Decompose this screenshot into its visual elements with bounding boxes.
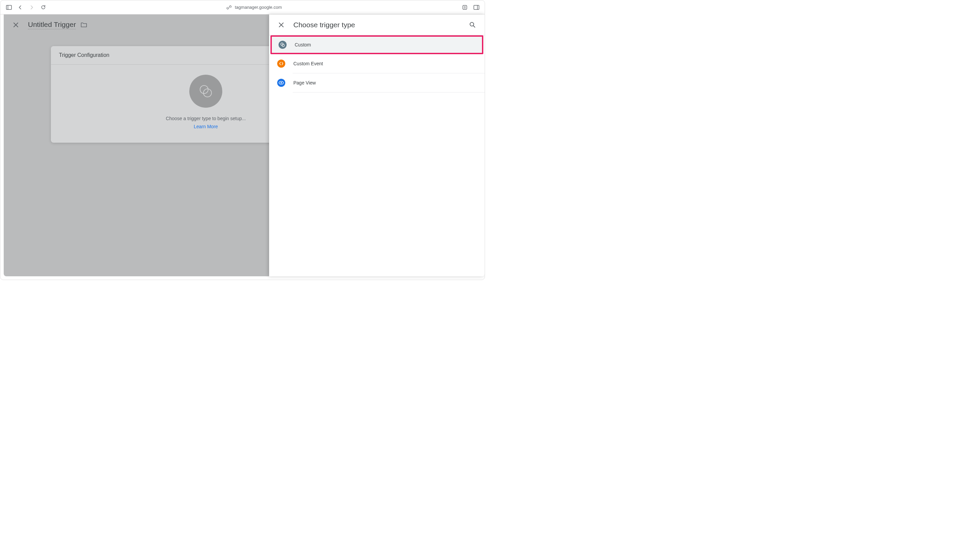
trigger-option-custom[interactable]: Custom <box>271 35 483 54</box>
close-icon[interactable] <box>277 21 285 29</box>
panel-title: Choose trigger type <box>293 21 468 29</box>
choose-trigger-panel: Choose trigger type Custom Custom Event … <box>269 15 485 276</box>
browser-chrome: tagmanager.google.com <box>0 0 485 15</box>
panel-header: Choose trigger type <box>269 15 485 35</box>
svg-rect-3 <box>473 5 479 9</box>
svg-line-6 <box>473 25 475 27</box>
trigger-option-label: Page View <box>293 80 316 85</box>
search-icon[interactable] <box>468 21 477 29</box>
placeholder-icon <box>189 75 222 108</box>
trigger-option-custom-event[interactable]: Custom Event <box>269 54 485 73</box>
link-icon <box>226 4 232 10</box>
page-view-trigger-icon <box>277 79 285 87</box>
svg-point-9 <box>281 82 282 83</box>
forward-icon[interactable] <box>28 4 35 10</box>
back-icon[interactable] <box>17 4 23 10</box>
sidebar-toggle-icon[interactable] <box>6 4 12 10</box>
trigger-option-label: Custom Event <box>293 61 323 66</box>
panel-right-icon[interactable] <box>473 4 479 10</box>
custom-trigger-icon <box>279 41 287 49</box>
svg-rect-0 <box>6 5 12 9</box>
reload-icon[interactable] <box>40 4 46 10</box>
close-icon[interactable] <box>12 21 20 29</box>
url-text[interactable]: tagmanager.google.com <box>235 5 282 10</box>
trigger-option-page-view[interactable]: Page View <box>269 73 485 92</box>
share-icon[interactable] <box>462 4 468 10</box>
trigger-type-list: Custom Custom Event Page View <box>269 35 485 93</box>
custom-event-trigger-icon <box>277 60 285 68</box>
page-title[interactable]: Untitled Trigger <box>28 20 76 29</box>
trigger-option-label: Custom <box>295 42 311 47</box>
folder-icon[interactable] <box>80 22 87 28</box>
